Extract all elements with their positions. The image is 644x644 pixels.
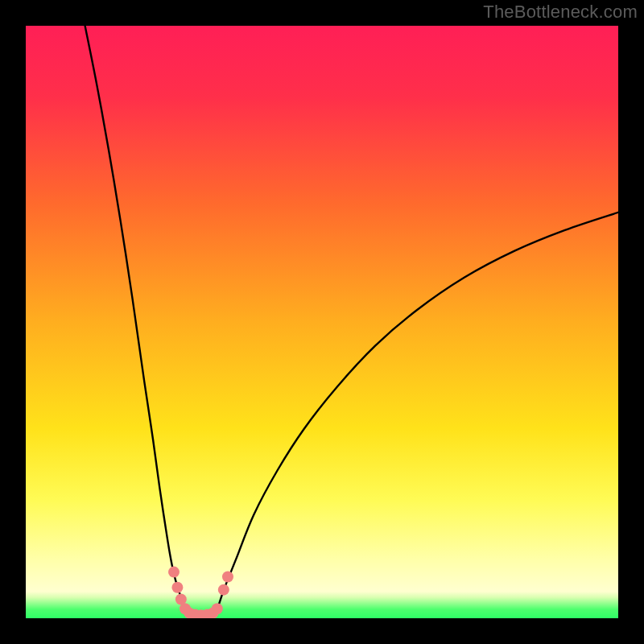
marker-dot [218,584,229,596]
marker-dot [168,567,180,578]
gradient-background [26,26,618,618]
attribution-label: TheBottleneck.com [483,2,638,23]
plot-area [26,26,618,618]
marker-dot [212,603,223,614]
marker-dot [222,571,233,582]
chart-container: TheBottleneck.com [0,0,644,644]
plot-svg [26,26,618,618]
marker-dot [171,582,183,593]
